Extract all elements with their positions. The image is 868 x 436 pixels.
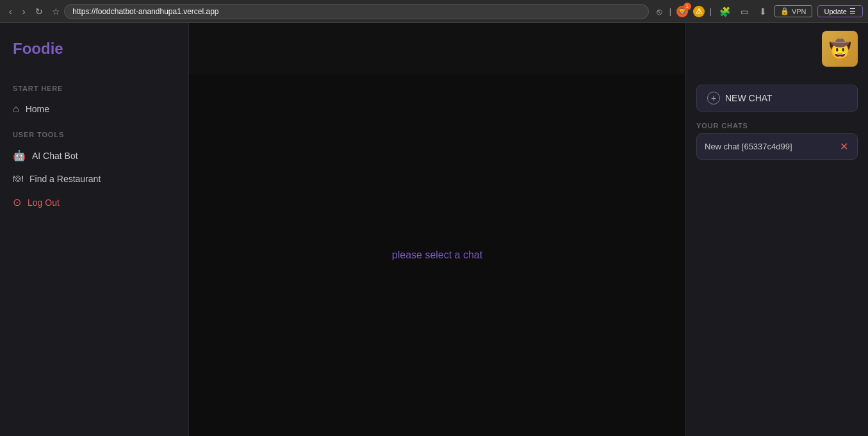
update-label: Update bbox=[824, 8, 847, 15]
main-top bbox=[189, 23, 685, 74]
app-logo: Foodie bbox=[13, 40, 63, 58]
start-here-label: START HERE bbox=[0, 85, 188, 92]
avatar: 🤠 bbox=[822, 31, 858, 67]
brave-extension: 🦁 1 bbox=[676, 6, 688, 17]
home-label: Home bbox=[26, 104, 49, 114]
your-chats-label: YOUR CHATS bbox=[696, 122, 858, 130]
placeholder-message: please select a chat bbox=[392, 249, 482, 261]
home-icon: ⌂ bbox=[13, 103, 19, 115]
browser-nav-buttons: ‹ › ↻ bbox=[5, 5, 47, 18]
sidebar-toggle[interactable]: ▭ bbox=[738, 5, 751, 18]
sidebar-item-ai-chat-bot[interactable]: 🤖 AI Chat Bot bbox=[0, 144, 188, 167]
vpn-button[interactable]: 🔒 VPN bbox=[774, 5, 812, 17]
right-panel: + NEW CHAT YOUR CHATS New chat [65337c4d… bbox=[685, 74, 868, 436]
sidebar-top: Foodie bbox=[0, 23, 189, 74]
chat-delete-button[interactable]: ✕ bbox=[839, 140, 849, 153]
sidebar-item-home[interactable]: ⌂ Home bbox=[0, 97, 188, 121]
top-area: Foodie 🤠 bbox=[0, 23, 868, 74]
placeholder-text-highlight: chat bbox=[463, 249, 482, 260]
brave-badge-count: 1 bbox=[684, 3, 691, 10]
app-layout: Foodie 🤠 START HERE ⌂ Home USER TOOLS bbox=[0, 23, 868, 436]
logout-icon: ⊙ bbox=[13, 196, 21, 208]
update-button[interactable]: Update ☰ bbox=[817, 5, 863, 17]
extensions-button[interactable]: 🧩 bbox=[717, 5, 733, 18]
ai-chat-bot-label: AI Chat Bot bbox=[32, 151, 78, 161]
restaurant-icon: 🍽 bbox=[13, 173, 23, 185]
chat-item-name: New chat [65337c4d99] bbox=[705, 142, 792, 151]
browser-chrome: ‹ › ↻ ☆ https://foodchatbot-anandhupa1.v… bbox=[0, 0, 868, 23]
new-chat-button[interactable]: + NEW CHAT bbox=[696, 85, 858, 112]
your-chats-section: YOUR CHATS New chat [65337c4d99] ✕ bbox=[696, 122, 858, 160]
vpn-shield-icon: 🔒 bbox=[780, 7, 789, 15]
main-content: please select a chat bbox=[189, 74, 685, 436]
sidebar: START HERE ⌂ Home USER TOOLS 🤖 AI Chat B… bbox=[0, 74, 189, 436]
bot-icon: 🤖 bbox=[13, 149, 26, 162]
plus-icon: + bbox=[707, 92, 720, 105]
share-button[interactable]: ⎋ bbox=[654, 5, 664, 18]
new-chat-label: NEW CHAT bbox=[725, 93, 773, 103]
back-button[interactable]: ‹ bbox=[5, 5, 16, 18]
user-tools-section: USER TOOLS 🤖 AI Chat Bot 🍽 Find a Restau… bbox=[0, 131, 188, 214]
download-button[interactable]: ⬇ bbox=[757, 5, 769, 18]
user-tools-label: USER TOOLS bbox=[0, 131, 188, 138]
url-domain: foodchatbot-anandhupa1.vercel.app bbox=[95, 7, 218, 16]
content-row: START HERE ⌂ Home USER TOOLS 🤖 AI Chat B… bbox=[0, 74, 868, 436]
address-bar-container: ☆ https://foodchatbot-anandhupa1.vercel.… bbox=[52, 4, 648, 19]
right-top: 🤠 bbox=[685, 23, 868, 74]
address-bar[interactable]: https://foodchatbot-anandhupa1.vercel.ap… bbox=[64, 4, 648, 19]
vpn-label: VPN bbox=[792, 8, 807, 15]
start-here-section: START HERE ⌂ Home bbox=[0, 85, 188, 121]
logout-label: Log Out bbox=[28, 197, 60, 208]
sidebar-item-logout[interactable]: ⊙ Log Out bbox=[0, 190, 188, 214]
chat-item[interactable]: New chat [65337c4d99] ✕ bbox=[696, 133, 858, 160]
avatar-emoji: 🤠 bbox=[829, 38, 851, 60]
url-display: https://foodchatbot-anandhupa1.vercel.ap… bbox=[72, 7, 218, 16]
hamburger-icon: ☰ bbox=[849, 7, 856, 15]
reload-button[interactable]: ↻ bbox=[31, 5, 47, 18]
forward-button[interactable]: › bbox=[19, 5, 29, 18]
sidebar-item-find-restaurant[interactable]: 🍽 Find a Restaurant bbox=[0, 167, 188, 190]
url-prefix: https:// bbox=[72, 7, 95, 16]
browser-actions: ⎋ | 🦁 1 ⚠ | 🧩 ▭ ⬇ 🔒 VPN Update ☰ bbox=[654, 5, 863, 18]
placeholder-text-prefix: please select a bbox=[392, 249, 463, 260]
bookmark-button[interactable]: ☆ bbox=[52, 6, 60, 17]
find-restaurant-label: Find a Restaurant bbox=[29, 174, 101, 184]
warning-icon: ⚠ bbox=[693, 6, 705, 17]
sidebar-nav: START HERE ⌂ Home USER TOOLS 🤖 AI Chat B… bbox=[0, 74, 188, 436]
